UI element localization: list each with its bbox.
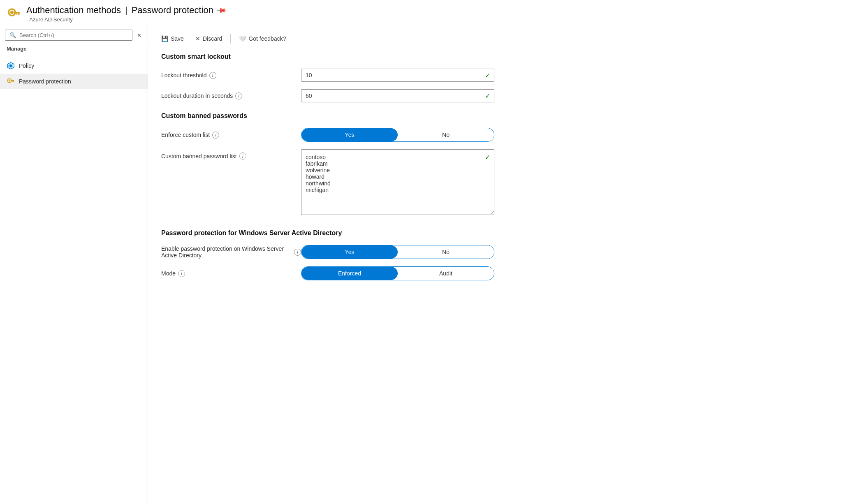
feedback-label: Got feedback? [248,35,286,42]
mode-enforced-button[interactable]: Enforced [301,267,398,280]
enable-windows-row: Enable password protection on Windows Se… [161,245,849,259]
enable-windows-no-button[interactable]: No [398,245,494,259]
enable-windows-yes-button[interactable]: Yes [301,245,398,259]
svg-rect-10 [11,80,14,81]
lockout-duration-input[interactable] [301,89,494,102]
lockout-threshold-input[interactable] [301,69,494,82]
discard-button[interactable]: ✕ Discard [190,33,227,44]
sidebar: 🔍 « Manage Policy [0,24,148,504]
main-layout: 🔍 « Manage Policy [0,24,862,504]
banned-password-list-row: Custom banned password list i contoso fa… [161,149,849,216]
lockout-duration-check-icon: ✓ [485,92,490,100]
enforce-no-button[interactable]: No [398,128,494,141]
banned-password-list-info-icon[interactable]: i [239,153,246,160]
windows-section-title: Password protection for Windows Server A… [161,229,849,237]
banned-password-list-container: contoso fabrikam wolverine howard northw… [301,149,494,216]
feedback-button[interactable]: 🤍 Got feedback? [234,33,291,44]
content-area: Custom smart lockout Lockout threshold i… [148,43,862,504]
enable-windows-toggle: Yes No [301,245,494,259]
discard-icon: ✕ [195,35,200,42]
header-title-group: Authentication methods | Password protec… [26,5,226,23]
mode-toggle: Enforced Audit [301,266,494,280]
toolbar-separator [230,34,231,44]
enable-windows-label: Enable password protection on Windows Se… [161,245,301,259]
enforce-yes-button[interactable]: Yes [301,128,398,141]
enforce-custom-list-toggle: Yes No [301,128,494,142]
svg-rect-4 [16,13,18,14]
key-icon [7,77,15,86]
search-row: 🔍 « [0,29,148,41]
sidebar-item-password-protection[interactable]: Password protection [0,74,148,89]
header-icon [7,7,21,21]
page-title: Authentication methods | Password protec… [26,5,226,16]
save-label: Save [171,35,184,42]
mode-info-icon[interactable]: i [178,270,185,277]
pin-icon[interactable]: 📌 [216,5,227,16]
sidebar-divider [7,56,141,56]
app-container: Authentication methods | Password protec… [0,0,862,504]
lockout-threshold-label: Lockout threshold i [161,72,301,79]
sidebar-item-password-label: Password protection [19,78,71,85]
svg-point-1 [10,11,14,14]
mode-audit-button[interactable]: Audit [398,267,494,280]
enforce-custom-list-info-icon[interactable]: i [212,132,219,139]
banned-password-list-label: Custom banned password list i [161,149,301,160]
search-icon: 🔍 [9,32,16,38]
lockout-duration-input-container: ✓ [301,89,494,102]
mode-row: Mode i Enforced Audit [161,266,849,280]
svg-rect-12 [12,81,13,82]
svg-rect-2 [14,12,20,14]
page-header: Authentication methods | Password protec… [0,0,862,24]
svg-point-7 [9,65,12,67]
banned-passwords-title: Custom banned passwords [161,112,849,120]
sidebar-manage-label: Manage [0,41,148,54]
lockout-duration-row: Lockout duration in seconds i ✓ [161,89,849,102]
feedback-icon: 🤍 [239,35,246,42]
title-prefix: Authentication methods [26,5,121,16]
sidebar-item-policy[interactable]: Policy [0,58,148,74]
lockout-threshold-input-container: ✓ [301,69,494,82]
lockout-duration-label: Lockout duration in seconds i [161,92,301,99]
save-button[interactable]: 💾 Save [156,33,189,44]
smart-lockout-title: Custom smart lockout [161,53,849,60]
lockout-threshold-info-icon[interactable]: i [209,72,216,79]
svg-rect-11 [13,81,14,82]
search-input[interactable] [19,32,128,38]
enable-windows-info-icon[interactable]: i [294,249,301,256]
discard-label: Discard [203,35,222,42]
banned-password-list-textarea[interactable]: contoso fabrikam wolverine howard northw… [301,149,494,215]
mode-label: Mode i [161,270,301,277]
collapse-sidebar-button[interactable]: « [134,29,144,41]
title-separator: | [125,5,127,16]
policy-icon [7,62,15,70]
lockout-threshold-check-icon: ✓ [485,72,490,79]
enforce-custom-list-row: Enforce custom list i Yes No [161,128,849,142]
title-suffix: Password protection [132,5,213,16]
lockout-threshold-row: Lockout threshold i ✓ [161,69,849,82]
enforce-custom-list-label: Enforce custom list i [161,132,301,139]
svg-point-9 [9,80,10,81]
banned-password-list-check-icon: ✓ [485,153,490,161]
header-subtitle: - Azure AD Security [26,16,226,23]
lockout-duration-info-icon[interactable]: i [235,92,242,99]
svg-rect-3 [18,13,20,15]
search-box: 🔍 [5,30,132,41]
sidebar-item-policy-label: Policy [19,62,34,69]
toolbar: 💾 Save ✕ Discard 🤍 Got feedback? [148,30,862,48]
save-icon: 💾 [161,35,168,42]
